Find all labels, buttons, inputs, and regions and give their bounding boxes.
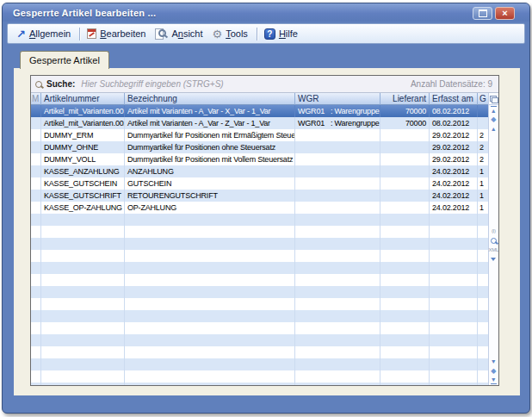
menu-item-tools[interactable]: ⚙ Tools [209,27,254,41]
table-filler-row [31,298,488,310]
go-first-icon: ▲ [491,106,497,114]
go-next-icon: ▼ [491,358,497,364]
table-filler-row [31,274,488,286]
cell-g: 2 [478,141,488,153]
table-row[interactable]: DUMMY_OHNEDummyartikel für Positionen oh… [31,141,488,153]
cell-lieferant [380,202,430,214]
table-row[interactable]: KASSE_ANZAHLUNGANZAHLUNG24.02.20121 [31,165,488,177]
cell-m [31,238,41,250]
column-header-m[interactable]: M [31,93,41,105]
cell-bezeichnung [125,346,295,358]
cell-wgr [295,129,380,141]
close-x-icon: × [502,9,507,18]
cell-m [31,177,41,190]
cell-m [31,274,41,286]
cell-m [31,214,41,226]
cell-artikelnummer: KASSE_OP-ZAHLUNG [41,202,125,214]
cell-wgr [295,190,380,202]
grid-header: M Artikelnummer Bezeichnung WGR Lieferan… [31,93,488,105]
cell-g [478,310,488,322]
cell-lieferant [380,286,430,298]
cell-g [478,370,488,383]
help-question-icon: ? [264,28,275,40]
cell-m [31,141,41,153]
grid-columns-area: M Artikelnummer Bezeichnung WGR Lieferan… [31,93,488,385]
app-window: Gesperrte Artikel bearbeiten ... × ↗ All… [2,3,530,414]
table-filler-row [31,334,488,346]
cell-lieferant [380,274,430,286]
cell-wgr [295,214,380,226]
cell-erfasst-am: 24.02.2012 [430,190,478,202]
cell-bezeichnung [125,383,295,385]
close-button[interactable]: × [495,7,515,20]
toolbar-separator [79,28,81,40]
menu-item-bearbeiten[interactable]: Bearbeiten [84,27,152,40]
cell-lieferant [380,177,430,190]
column-header-wgr[interactable]: WGR [295,93,380,105]
cell-lieferant [380,129,430,141]
go-prior-button[interactable]: ▲ [489,124,498,134]
menu-item-allgemein[interactable]: ↗ Allgemein [13,27,77,41]
cell-wgr [295,298,380,310]
cell-g: 1 [478,177,488,190]
table-row[interactable]: KASSE_GUTSCHEINGUTSCHEIN24.02.20121 [31,177,488,190]
cell-wgr [295,226,380,238]
table-filler-row [31,238,488,250]
go-last-button[interactable]: ▼ [489,376,498,385]
cell-lieferant [380,165,430,177]
table-row[interactable]: Artikel_mit_Varianten.002Artikel mit Var… [31,117,488,129]
cell-erfasst-am [430,370,478,383]
column-header-bezeichnung[interactable]: Bezeichnung [125,93,295,105]
cell-lieferant [380,322,430,334]
cell-artikelnummer: DUMMY_VOLL [41,153,125,165]
cell-g: 1 [478,165,488,177]
go-first-button[interactable]: ▲ [489,105,498,115]
table-row[interactable]: DUMMY_ERMDummyartikel für Positionen mit… [31,129,488,141]
grid-search-button[interactable] [489,236,498,246]
cell-artikelnummer [41,262,125,274]
window-title: Gesperrte Artikel bearbeiten ... [13,8,156,18]
cell-wgr [295,274,380,286]
go-next-button[interactable]: ▼ [489,357,498,366]
cell-lieferant: 70000 [380,117,430,129]
row-indicator-button[interactable]: (I) [489,227,498,236]
table-row[interactable]: DUMMY_VOLLDummyartikel für Positionen mi… [31,153,488,165]
cell-g [478,334,488,346]
cell-erfasst-am [430,250,478,262]
cell-lieferant [380,250,430,262]
cell-bezeichnung: Artikel mit Varianten - A_Var - X_Var - … [125,105,295,117]
search-input[interactable] [79,78,406,90]
xml-button[interactable]: XML [489,246,498,255]
column-header-g[interactable]: G [478,93,488,105]
cell-erfasst-am [430,334,478,346]
cell-lieferant [380,214,430,226]
cell-bezeichnung: RETOURENGUTSCHRIFT [125,190,295,202]
column-chooser-button[interactable] [489,93,498,105]
cell-lieferant [380,298,430,310]
menu-item-ansicht[interactable]: Ansicht [152,27,208,41]
cell-m [31,202,41,214]
menu-item-hilfe[interactable]: ? Hilfe [261,27,304,41]
column-header-artikelnummer[interactable]: Artikelnummer [41,93,125,105]
cell-m [31,334,41,346]
cell-lieferant [380,153,430,165]
cell-artikelnummer: Artikel_mit_Varianten.002 [41,117,125,129]
go-prior-icon: ▲ [491,126,497,132]
column-header-lieferant[interactable]: Lieferant [380,93,430,105]
restore-button[interactable] [473,7,492,20]
cell-artikelnummer [41,310,125,322]
table-row[interactable]: KASSE_OP-ZAHLUNGOP-ZAHLUNG24.02.20121 [31,202,488,214]
table-row[interactable]: Artikel_mit_Varianten.001Artikel mit Var… [31,105,488,117]
filter-button[interactable] [489,255,498,265]
cell-m [31,383,41,385]
table-row[interactable]: KASSE_GUTSCHRIFTRETOURENGUTSCHRIFT24.02.… [31,190,488,202]
cell-wgr: WGR01 : Warengruppe 1 [295,117,380,129]
titlebar[interactable]: Gesperrte Artikel bearbeiten ... × [3,3,529,22]
page-down-button[interactable]: ◆ [489,366,498,376]
cell-g [478,262,488,274]
column-header-erfasst-am[interactable]: Erfasst am [430,93,478,105]
cell-artikelnummer: KASSE_GUTSCHEIN [41,177,125,190]
page-up-button[interactable]: ◆ [489,115,498,124]
cell-bezeichnung [125,238,295,250]
tab-gesperrte-artikel[interactable]: Gesperrte Artikel [20,51,109,69]
